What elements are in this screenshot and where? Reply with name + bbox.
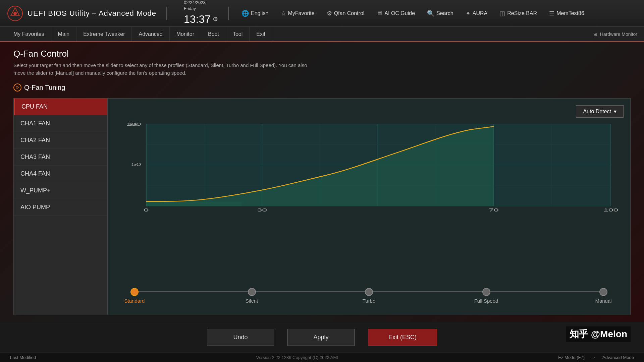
apply-button[interactable]: Apply <box>287 329 355 346</box>
menu-boot[interactable]: Boot <box>201 27 226 41</box>
label-standard: Standard <box>124 298 145 304</box>
fan-chart-layout: CPU FAN CHA1 FAN CHA2 FAN CHA3 FAN CHA4 … <box>13 98 631 315</box>
fan-item-cha2[interactable]: CHA2 FAN <box>14 132 107 149</box>
page-header: Q-Fan Control Select your target fan and… <box>13 49 631 77</box>
nav-myfavorite[interactable]: ☆ MyFavorite <box>278 8 317 18</box>
last-modified-label: Last Modified <box>10 355 36 360</box>
label-fullspeed: Full Speed <box>474 298 498 304</box>
menubar-right[interactable]: ⊞ Hardware Monitor <box>593 32 637 37</box>
rog-logo <box>7 5 23 22</box>
label-turbo: Turbo <box>363 298 376 304</box>
nav-english[interactable]: 🌐 English <box>239 8 271 18</box>
star-icon: ☆ <box>281 10 286 17</box>
svg-text:0: 0 <box>144 207 149 212</box>
monitor-icon: 🖥 <box>376 10 382 17</box>
knob-silent[interactable] <box>248 288 256 296</box>
fan-icon: ⚙ <box>327 10 332 17</box>
svg-text:70: 70 <box>489 207 499 212</box>
menu-monitor[interactable]: Monitor <box>170 27 201 41</box>
page-description: Select your target fan and then move the… <box>13 62 315 77</box>
ez-mode-link[interactable]: Ez Mode (F7) <box>558 355 585 360</box>
qfan-section: ⟳ Q-Fan Tuning CPU FAN CHA1 FAN CHA2 FAN… <box>13 83 631 315</box>
nav-aioc[interactable]: 🖥 AI OC Guide <box>374 8 418 18</box>
menu-tool[interactable]: Tool <box>226 27 250 41</box>
bios-title: UEFI BIOS Utility – Advanced Mode <box>28 9 156 18</box>
time-settings-icon[interactable]: ⚙ <box>213 15 218 23</box>
memtest-icon: ☰ <box>549 10 554 17</box>
statusbar-right: Ez Mode (F7) → Advanced Mode <box>558 355 634 360</box>
topbar-divider2 <box>228 7 229 20</box>
logo-area: UEFI BIOS Utility – Advanced Mode <box>7 5 156 22</box>
main-content: Q-Fan Control Select your target fan and… <box>0 42 644 322</box>
label-manual: Manual <box>595 298 611 304</box>
bottom-bar: Undo Apply Exit (ESC) <box>0 322 644 353</box>
resize-icon: ◫ <box>499 10 505 17</box>
menubar: My Favorites Main Extreme Tweaker Advanc… <box>0 27 644 42</box>
menu-exit[interactable]: Exit <box>250 27 272 41</box>
statusbar: Last Modified Version 2.22.1286 Copyrigh… <box>0 353 644 362</box>
label-silent: Silent <box>246 298 258 304</box>
chart-svg-container: 100 50 % 0 30 70 100 °C <box>114 121 624 281</box>
exit-button[interactable]: Exit (ESC) <box>368 329 437 346</box>
topbar-divider <box>166 7 167 20</box>
menu-main[interactable]: Main <box>51 27 77 41</box>
svg-text:50: 50 <box>131 162 141 167</box>
statusbar-arrow: → <box>591 355 596 360</box>
page-title: Q-Fan Control <box>13 49 631 59</box>
nav-qfan[interactable]: ⚙ Qfan Control <box>324 8 367 18</box>
undo-button[interactable]: Undo <box>207 329 274 346</box>
monitor-icon-right: ⊞ <box>593 32 597 37</box>
fan-item-cha3[interactable]: CHA3 FAN <box>14 149 107 166</box>
nav-search[interactable]: 🔍 Search <box>424 8 456 18</box>
datetime-area: 02/24/2023 Friday 13:37 ⚙ <box>184 0 218 27</box>
fan-curve-chart: 100 50 % 0 30 70 100 °C <box>114 121 624 218</box>
date-display: 02/24/2023 Friday <box>184 0 218 12</box>
chevron-down-icon: ▾ <box>614 108 616 115</box>
menu-extreme-tweaker[interactable]: Extreme Tweaker <box>76 27 132 41</box>
svg-text:30: 30 <box>257 207 267 212</box>
svg-text:%: % <box>129 122 138 126</box>
profile-slider[interactable]: Standard Silent Turbo Full Speed Manual <box>114 285 624 308</box>
nav-memtest[interactable]: ☰ MemTest86 <box>546 8 587 18</box>
menu-myfavorites[interactable]: My Favorites <box>7 27 51 41</box>
auto-detect-button[interactable]: Auto Detect ▾ <box>576 105 624 118</box>
watermark: 知乎 @Melon <box>566 326 631 342</box>
version-info: Version 2.22.1286 Copyright (C) 2022 AMI <box>256 355 338 360</box>
svg-text:100: 100 <box>603 207 618 212</box>
fan-item-wpump[interactable]: W_PUMP+ <box>14 182 107 199</box>
search-icon: 🔍 <box>427 10 434 17</box>
knob-manual[interactable] <box>599 288 607 296</box>
chart-area: Auto Detect ▾ <box>107 98 631 315</box>
time-display: 13:37 ⚙ <box>184 12 218 27</box>
globe-icon: 🌐 <box>241 10 249 17</box>
nav-aura[interactable]: ✦ AURA <box>463 8 490 18</box>
advanced-mode-label: Advanced Mode <box>602 355 634 360</box>
topbar: UEFI BIOS Utility – Advanced Mode 02/24/… <box>0 0 644 27</box>
knob-standard[interactable] <box>130 288 139 296</box>
section-title: ⟳ Q-Fan Tuning <box>13 83 631 92</box>
svg-point-2 <box>13 12 17 15</box>
knob-fullspeed[interactable] <box>482 288 490 296</box>
topbar-nav: 🌐 English ☆ MyFavorite ⚙ Qfan Control 🖥 … <box>239 8 637 18</box>
nav-resizebar[interactable]: ◫ ReSize BAR <box>497 8 540 18</box>
aura-icon: ✦ <box>466 10 471 17</box>
fan-list: CPU FAN CHA1 FAN CHA2 FAN CHA3 FAN CHA4 … <box>13 98 107 315</box>
fan-item-cha1[interactable]: CHA1 FAN <box>14 115 107 132</box>
knob-turbo[interactable] <box>365 288 373 296</box>
menu-advanced[interactable]: Advanced <box>132 27 169 41</box>
chart-header: Auto Detect ▾ <box>114 105 624 118</box>
fan-item-aio[interactable]: AIO PUMP <box>14 199 107 216</box>
section-icon: ⟳ <box>13 83 21 92</box>
fan-item-cha4[interactable]: CHA4 FAN <box>14 166 107 182</box>
fan-item-cpu[interactable]: CPU FAN <box>14 99 107 115</box>
